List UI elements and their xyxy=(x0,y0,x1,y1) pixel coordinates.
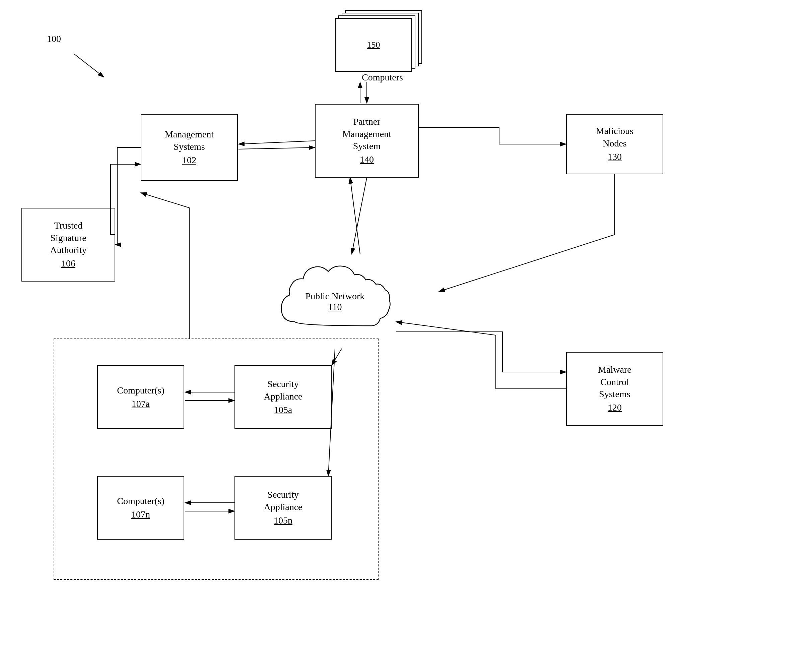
ref-100-label: 100 xyxy=(47,34,61,44)
mgmt-systems-label: ManagementSystems xyxy=(165,128,214,153)
partner-mgmt-label: PartnerManagementSystem xyxy=(342,116,391,152)
trusted-sig-label: TrustedSignatureAuthority xyxy=(50,219,87,256)
svg-line-2 xyxy=(74,54,104,77)
dashed-enclosure xyxy=(54,339,379,580)
svg-line-5 xyxy=(239,141,315,144)
malware-control-label: MalwareControlSystems xyxy=(598,364,631,400)
partner-mgmt-box: PartnerManagementSystem 140 xyxy=(315,104,419,178)
malware-control-ref: 120 xyxy=(608,402,622,414)
mgmt-systems-ref: 102 xyxy=(182,154,196,166)
computers-label: Computers xyxy=(362,72,403,83)
svg-line-7 xyxy=(352,178,367,254)
diagram: 100 150 Computers PartnerManagementSyste… xyxy=(0,0,812,672)
svg-line-8 xyxy=(350,178,360,254)
trusted-sig-ref: 106 xyxy=(61,257,75,270)
trusted-sig-box: TrustedSignatureAuthority 106 xyxy=(21,208,115,282)
malware-control-box: MalwareControlSystems 120 xyxy=(566,352,663,426)
svg-line-6 xyxy=(239,147,315,149)
computers-stack: 150 Computers xyxy=(335,10,435,84)
public-network-text: Public Network 110 xyxy=(305,291,365,312)
malicious-nodes-box: MaliciousNodes 130 xyxy=(566,114,663,174)
malicious-nodes-ref: 130 xyxy=(608,151,622,163)
partner-mgmt-ref: 140 xyxy=(360,154,374,166)
malicious-nodes-label: MaliciousNodes xyxy=(596,125,633,149)
mgmt-systems-box: ManagementSystems 102 xyxy=(141,114,238,181)
public-network-cloud: Public Network 110 xyxy=(275,255,395,349)
